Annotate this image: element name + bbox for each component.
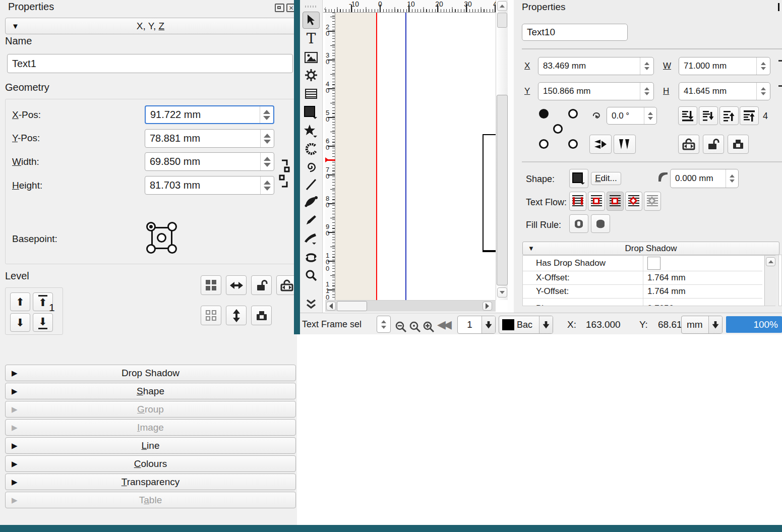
render-frame-tool-button[interactable] bbox=[302, 66, 321, 84]
right-flip-vertical-button[interactable] bbox=[614, 135, 636, 154]
level-raise-button[interactable] bbox=[719, 106, 739, 125]
blue-guide-line[interactable] bbox=[405, 13, 406, 300]
right-x-spinner[interactable] bbox=[640, 57, 653, 75]
right-x-input[interactable]: 83.469 mm bbox=[538, 57, 654, 75]
corner-radius-input[interactable]: 0.000 mm bbox=[670, 169, 739, 188]
right-flip-horizontal-button[interactable] bbox=[589, 135, 612, 154]
scroll-down-button[interactable] bbox=[497, 287, 507, 298]
scroll-up-button[interactable] bbox=[497, 1, 507, 11]
corner-radius-spinner[interactable] bbox=[726, 169, 738, 188]
shape-tool-button[interactable] bbox=[302, 103, 321, 122]
basepoint-bottomleft[interactable] bbox=[539, 139, 549, 149]
xpos-input[interactable]: 91.722 mm bbox=[145, 105, 274, 124]
y-offset-value[interactable]: 1.764 mm bbox=[643, 285, 762, 298]
layer-selector[interactable]: Bac bbox=[499, 316, 553, 334]
select-tool-button[interactable] bbox=[302, 11, 321, 29]
basepoint-topright[interactable] bbox=[167, 222, 177, 231]
basepoint-topleft[interactable] bbox=[539, 109, 549, 119]
table-tool-button[interactable] bbox=[302, 85, 321, 103]
bezier-tool-button[interactable] bbox=[302, 193, 321, 211]
basepoint-selector[interactable] bbox=[145, 221, 181, 258]
line-tool-button[interactable] bbox=[302, 175, 321, 194]
first-page-icon[interactable]: ◀◀ bbox=[437, 318, 449, 334]
basepoint-bottomleft[interactable] bbox=[146, 244, 156, 254]
scroll-left-button[interactable] bbox=[326, 302, 336, 311]
zoom-in-icon[interactable] bbox=[423, 319, 435, 335]
textflow-disabled-button[interactable] bbox=[569, 192, 586, 211]
calligraphy-tool-button[interactable] bbox=[302, 230, 321, 248]
xpos-spinner[interactable] bbox=[260, 106, 273, 123]
text-frame-tool-button[interactable]: T bbox=[302, 29, 321, 47]
basepoint-center[interactable] bbox=[553, 124, 563, 134]
textflow-image-clip-button[interactable] bbox=[644, 192, 661, 211]
fillrule-evenodd-button[interactable] bbox=[569, 214, 588, 233]
freehand-tool-button[interactable] bbox=[302, 211, 321, 229]
textflow-bounding-box-button[interactable] bbox=[607, 192, 624, 211]
scroll-up-button[interactable] bbox=[766, 257, 775, 266]
height-input[interactable]: 81.703 mm bbox=[145, 176, 274, 195]
basepoint-bottomright[interactable] bbox=[167, 244, 177, 254]
width-spinner[interactable] bbox=[260, 153, 274, 170]
page-dropdown-button[interactable] bbox=[482, 316, 495, 333]
unit-selector[interactable]: mm bbox=[681, 316, 723, 334]
basepoint-bottomright[interactable] bbox=[568, 139, 578, 149]
right-lock-button[interactable] bbox=[703, 135, 724, 154]
ungroup-button[interactable] bbox=[201, 306, 221, 325]
arc-tool-button[interactable] bbox=[302, 140, 321, 158]
basepoint-center[interactable] bbox=[157, 233, 166, 243]
ypos-spinner[interactable] bbox=[260, 130, 274, 147]
document-canvas[interactable] bbox=[335, 13, 496, 300]
page-selector[interactable]: 1 bbox=[457, 316, 496, 334]
right-y-input[interactable]: 150.866 mm bbox=[538, 82, 654, 100]
basepoint-topleft[interactable] bbox=[146, 222, 156, 231]
level-to-top-button[interactable] bbox=[740, 106, 759, 125]
float-panel-icon[interactable] bbox=[275, 4, 284, 12]
scrollbar-thumb-top[interactable] bbox=[497, 13, 507, 28]
scroll-right-button[interactable] bbox=[483, 302, 492, 311]
print-enable-button[interactable] bbox=[251, 306, 272, 325]
zoom-tool-button[interactable] bbox=[302, 266, 321, 284]
drop-shadow-scrollbar[interactable] bbox=[764, 256, 776, 306]
flip-horizontal-button[interactable] bbox=[226, 275, 247, 295]
basepoint-topright[interactable] bbox=[568, 109, 578, 119]
horizontal-scrollbar[interactable] bbox=[325, 300, 496, 312]
zoom-level-indicator[interactable]: 100% bbox=[726, 316, 782, 333]
level-to-bottom-button[interactable]: ⬇ bbox=[33, 313, 53, 332]
layer-dropdown-button[interactable] bbox=[539, 316, 553, 333]
zoom-100-icon[interactable] bbox=[409, 319, 422, 335]
hscrollbar-thumb[interactable] bbox=[337, 301, 367, 311]
flip-vertical-button[interactable] bbox=[226, 306, 247, 325]
vertical-scrollbar[interactable] bbox=[496, 0, 508, 300]
fillrule-nonzero-button[interactable] bbox=[591, 214, 610, 233]
right-h-spinner[interactable] bbox=[756, 83, 770, 100]
level-down-button[interactable]: ⬇ bbox=[10, 313, 30, 332]
textflow-contour-button[interactable] bbox=[625, 192, 642, 211]
chain-link-icon[interactable] bbox=[279, 159, 290, 189]
right-w-input[interactable]: 71.000 mm bbox=[679, 57, 770, 75]
level-lower-button[interactable] bbox=[699, 106, 718, 125]
level-up-button[interactable]: ⬆ bbox=[10, 292, 30, 311]
unit-dropdown-button[interactable] bbox=[708, 316, 722, 333]
ypos-input[interactable]: 78.881 mm bbox=[145, 129, 274, 148]
section-line[interactable]: ▶ Line bbox=[5, 437, 296, 454]
scrollbar-thumb[interactable] bbox=[497, 95, 508, 285]
name-input[interactable]: Text1 bbox=[7, 54, 293, 73]
right-lock-size-button[interactable] bbox=[678, 135, 699, 154]
x-offset-value[interactable]: 1.764 mm bbox=[643, 271, 762, 284]
rotate-tool-button[interactable] bbox=[302, 249, 321, 267]
section-colours[interactable]: ▶ Colours bbox=[5, 455, 296, 472]
right-drop-shadow-header[interactable]: ▼ Drop Shadow bbox=[522, 242, 779, 255]
width-input[interactable]: 69.850 mm bbox=[145, 152, 274, 171]
rotation-input[interactable]: 0.0 ° bbox=[607, 107, 657, 125]
textflow-frame-button[interactable] bbox=[588, 192, 605, 211]
height-spinner[interactable] bbox=[260, 176, 274, 194]
panel-splitter[interactable] bbox=[294, 0, 300, 334]
image-frame-tool-button[interactable] bbox=[302, 48, 321, 67]
toolbar-drag-handle[interactable] bbox=[305, 6, 316, 8]
right-name-input[interactable]: Text10 bbox=[522, 24, 628, 41]
spiral-tool-button[interactable] bbox=[302, 157, 321, 175]
right-h-input[interactable]: 41.645 mm bbox=[679, 82, 770, 100]
lock-button[interactable] bbox=[251, 275, 272, 295]
shape-edit-button[interactable]: Edit... bbox=[591, 172, 621, 185]
section-drop-shadow[interactable]: ▶ Drop Shadow bbox=[5, 365, 296, 381]
